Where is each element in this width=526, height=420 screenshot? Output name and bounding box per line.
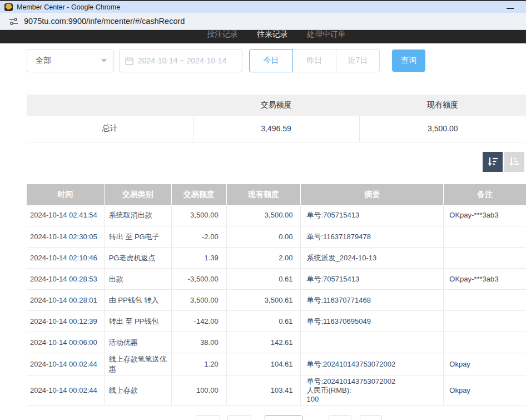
cell-summary bbox=[301, 332, 444, 353]
today-button[interactable]: 今日 bbox=[249, 49, 293, 72]
summary-header-empty bbox=[27, 95, 193, 116]
summary-header-row: 交易额度 现有额度 bbox=[27, 95, 526, 116]
table-row: 2024-10-14 02:10:46 PG老虎机返点 1.39 2.00 系统… bbox=[27, 248, 526, 269]
cash-record-table: 时间 交易类别 交易额度 现有额度 摘要 备注 2024-10-14 02:41… bbox=[27, 184, 526, 406]
cell-summary: 单号:116371879478 bbox=[301, 226, 444, 248]
cell-time: 2024-10-14 02:41:54 bbox=[27, 205, 104, 226]
cell-summary: 单号:116370771468 bbox=[301, 290, 444, 311]
header-transaction-amount: 交易额度 bbox=[171, 184, 226, 205]
summary-header-trade-amount: 交易额度 bbox=[193, 95, 359, 116]
date-range-input[interactable]: 2024-10-14 ~ 2024-10-14 bbox=[119, 49, 242, 72]
browser-titlebar: Member Center - Google Chrome bbox=[0, 0, 526, 13]
table-row: 2024-10-14 02:30:05 转出 至 PG电子 -2.00 0.00… bbox=[27, 226, 526, 248]
chevron-down-icon bbox=[101, 59, 107, 62]
pagination-prev-button[interactable] bbox=[227, 415, 251, 420]
calendar-icon bbox=[125, 57, 133, 65]
cell-summary: 系统派发_2024-10-13 bbox=[301, 248, 444, 269]
header-time: 时间 bbox=[27, 184, 104, 205]
sort-ascending-button[interactable] bbox=[504, 152, 524, 172]
tab-cash-record[interactable]: 往来记录 bbox=[256, 30, 289, 43]
cell-transaction-amount: 3,500.00 bbox=[171, 290, 226, 311]
cell-note: OKpay-***3ab3 bbox=[444, 269, 526, 290]
cell-note bbox=[444, 311, 526, 332]
maximize-button[interactable] bbox=[519, 2, 526, 14]
type-select[interactable]: 全部 bbox=[27, 49, 114, 72]
cell-summary: 单号:705715413 bbox=[301, 269, 444, 290]
pagination-page-input[interactable] bbox=[265, 415, 302, 420]
summary-current-amount-value: 3,500.00 bbox=[359, 116, 526, 142]
cell-transaction-type: 活动优惠 bbox=[104, 332, 171, 353]
cell-transaction-amount: -142.00 bbox=[171, 311, 226, 332]
window-controls bbox=[500, 2, 526, 14]
cell-transaction-type: 线上存款 bbox=[104, 376, 171, 406]
header-note: 备注 bbox=[444, 184, 526, 205]
window-title: Member Center - Google Chrome bbox=[17, 3, 120, 11]
cell-transaction-amount: 3,500.00 bbox=[171, 205, 226, 226]
cell-note bbox=[444, 248, 526, 269]
sort-amount-ascending-icon bbox=[508, 155, 521, 169]
minimize-button[interactable] bbox=[500, 2, 519, 14]
tab-bet-record[interactable]: 投注记录 bbox=[206, 30, 239, 43]
cell-time: 2024-10-14 02:10:46 bbox=[27, 248, 104, 269]
query-button[interactable]: 查询 bbox=[392, 50, 425, 72]
cell-transaction-amount: 1.39 bbox=[171, 248, 226, 269]
cell-transaction-amount: -3,500.00 bbox=[171, 269, 226, 290]
last-7-days-button[interactable]: 近7日 bbox=[336, 49, 380, 72]
site-settings-icon[interactable] bbox=[9, 17, 18, 26]
cell-time: 2024-10-14 02:30:05 bbox=[27, 226, 104, 248]
cell-transaction-type: 由 PP钱包 转入 bbox=[104, 290, 171, 311]
cell-transaction-type: 出款 bbox=[104, 269, 171, 290]
browser-window: Member Center - Google Chrome 9075tu.com… bbox=[0, 0, 526, 420]
table-row: 2024-10-14 00:02:44 线上存款 100.00 103.41 单… bbox=[27, 376, 526, 406]
cell-current-amount: 3,500.00 bbox=[226, 205, 301, 226]
cell-current-amount: 2.00 bbox=[226, 248, 301, 269]
cell-summary: 单号:202410143753072002 人民币(RMB): 100 bbox=[301, 376, 444, 406]
cell-current-amount: 103.41 bbox=[226, 376, 301, 406]
minimize-icon bbox=[507, 8, 514, 9]
cash-table-body: 2024-10-14 02:41:54 系统取消出款 3,500.00 3,50… bbox=[27, 205, 526, 406]
cell-current-amount: 3,500.61 bbox=[226, 290, 301, 311]
cell-note bbox=[444, 290, 526, 311]
cell-transaction-type: PG老虎机返点 bbox=[104, 248, 171, 269]
table-row: 2024-10-14 00:28:53 出款 -3,500.00 0.61 单号… bbox=[27, 269, 526, 290]
page-content: 全部 2024-10-14 ~ 2024-10-14 今日 昨日 近7日 bbox=[0, 43, 526, 420]
cell-transaction-amount: 1.20 bbox=[171, 353, 226, 376]
cell-transaction-type: 转出 至 PP钱包 bbox=[104, 311, 171, 332]
tab-processing-orders[interactable]: 处理中订单 bbox=[306, 30, 347, 43]
summary-trade-amount-value: 3,496.59 bbox=[193, 116, 359, 142]
cell-current-amount: 0.61 bbox=[226, 311, 301, 332]
summary-total-label: 总计 bbox=[27, 116, 193, 142]
cell-transaction-type: 线上存款笔笔送优惠 bbox=[104, 353, 171, 376]
summary-table: 交易额度 现有额度 总计 3,496.59 3,500.00 bbox=[27, 95, 526, 142]
cell-summary: 单号:705715413 bbox=[301, 205, 444, 226]
pagination-next-button[interactable] bbox=[329, 415, 351, 420]
cell-time: 2024-10-14 00:28:01 bbox=[27, 290, 104, 311]
cash-table-header-row: 时间 交易类别 交易额度 现有额度 摘要 备注 bbox=[27, 184, 526, 205]
cell-time: 2024-10-14 00:02:44 bbox=[27, 376, 104, 406]
cell-note: Okpay bbox=[444, 376, 526, 406]
pagination bbox=[39, 415, 526, 420]
pagination-last-button[interactable] bbox=[360, 415, 382, 420]
cell-transaction-type: 转出 至 PG电子 bbox=[104, 226, 171, 248]
table-row: 2024-10-14 00:06:00 活动优惠 38.00 142.61 bbox=[27, 332, 526, 353]
quick-date-buttons: 今日 昨日 近7日 bbox=[249, 49, 380, 72]
date-range-value: 2024-10-14 ~ 2024-10-14 bbox=[138, 56, 226, 65]
pagination-first-button[interactable] bbox=[196, 415, 220, 420]
table-row: 2024-10-14 02:41:54 系统取消出款 3,500.00 3,50… bbox=[27, 205, 526, 226]
cell-current-amount: 0.61 bbox=[226, 269, 301, 290]
sort-descending-button[interactable] bbox=[483, 152, 503, 172]
cell-time: 2024-10-14 00:28:53 bbox=[27, 269, 104, 290]
cell-transaction-type: 系统取消出款 bbox=[104, 205, 171, 226]
summary-header-current-amount: 现有额度 bbox=[359, 95, 526, 116]
cell-time: 2024-10-14 00:02:44 bbox=[27, 353, 104, 376]
cell-note: Okpay bbox=[444, 353, 526, 376]
filter-row: 全部 2024-10-14 ~ 2024-10-14 今日 昨日 近7日 bbox=[27, 49, 526, 72]
cell-note bbox=[444, 332, 526, 353]
table-row: 2024-10-14 00:02:44 线上存款笔笔送优惠 1.20 104.6… bbox=[27, 353, 526, 376]
cell-note: OKpay-***3ab3 bbox=[444, 205, 526, 226]
type-select-value: 全部 bbox=[36, 56, 51, 66]
cell-summary: 单号:116370695049 bbox=[301, 311, 444, 332]
url-text[interactable]: 9075tu.com:9900/infe/mcenter/#/cashRecor… bbox=[24, 17, 185, 26]
yesterday-button[interactable]: 昨日 bbox=[292, 49, 336, 72]
cell-time: 2024-10-14 00:06:00 bbox=[27, 332, 104, 353]
